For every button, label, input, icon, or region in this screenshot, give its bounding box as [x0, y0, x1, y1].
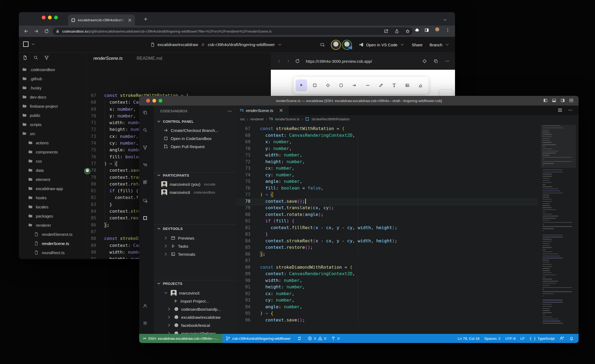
code-line-70[interactable]: 70 y: number,	[236, 146, 538, 153]
devtools-item[interactable]: Tasks	[163, 242, 188, 250]
tree-item-hooks[interactable]: hooks	[19, 193, 86, 202]
code-line-83[interactable]: 83 }	[236, 232, 538, 238]
tab-close-icon[interactable]	[127, 18, 132, 23]
source-control-icon[interactable]	[143, 145, 148, 150]
preview-menu-icon[interactable]	[445, 59, 450, 64]
toggle-panel-icon[interactable]	[552, 98, 556, 103]
split-editor-icon[interactable]	[558, 108, 562, 113]
open-in-window-icon[interactable]	[384, 29, 388, 34]
tree-item-renderscene-ts[interactable]: renderScene.ts	[19, 239, 86, 248]
add-devtool-icon[interactable]	[320, 42, 325, 47]
duplicate-preview-icon[interactable]	[433, 59, 438, 64]
extensions-icon[interactable]	[143, 180, 148, 185]
code-line-81[interactable]: 81 if (fill) {	[236, 218, 538, 225]
tree-item-css[interactable]: css	[19, 156, 86, 166]
code-line-97[interactable]: 97 context.translate(cx, cy);	[236, 324, 538, 325]
control-panel-item[interactable]: Create/Checkout Branch...	[163, 127, 218, 134]
preview-reload-icon[interactable]	[295, 59, 300, 64]
tool-diamond[interactable]	[322, 79, 334, 91]
inspect-icon[interactable]	[422, 59, 427, 64]
code-line-86[interactable]: 86};	[236, 251, 538, 258]
web-tab-readme.md[interactable]: README.md	[137, 56, 162, 61]
ports-indicator[interactable]: 0	[328, 334, 342, 343]
explorer-icon[interactable]	[143, 110, 148, 115]
code-line-85[interactable]: 85 context.restore();	[236, 245, 538, 251]
tree-item-src[interactable]: src	[19, 129, 86, 138]
toggle-secondary-sidebar-icon[interactable]	[560, 98, 565, 103]
participant-avatar[interactable]	[343, 41, 351, 49]
import-project-row[interactable]: Import Project...	[173, 297, 209, 305]
vscode-titlebar[interactable]: renderScene.ts — excalidraw [SSH: excali…	[139, 96, 579, 106]
tree-item-data[interactable]: data	[19, 166, 86, 175]
section-participants[interactable]: PARTICIPANTS	[156, 173, 189, 178]
codesandbox-logo[interactable]	[23, 41, 36, 47]
cursor-position[interactable]: Ln 78, Col 18	[455, 334, 482, 343]
address-bar[interactable]: codesandbox.io/p/github/excalidraw/excal…	[52, 27, 413, 35]
code-line-87[interactable]: 87	[236, 258, 538, 265]
indentation[interactable]: Spaces: 2	[482, 334, 503, 343]
code-line-95[interactable]: 95) ⇒ {	[236, 311, 538, 317]
preview-url[interactable]: https://r39h4o-3000.preview.csb.app/	[306, 59, 372, 64]
remote-indicator[interactable]: ><SSH: excalidraw.excalidraw.csb-r39h4o-…	[139, 334, 222, 343]
editor-more-icon[interactable]	[568, 108, 573, 113]
breadcrumb-item[interactable]: renderScene.ts	[275, 117, 300, 121]
minimize-window-button[interactable]	[152, 99, 156, 103]
codesandbox-panel-icon[interactable]	[143, 216, 148, 220]
tree-item-locales[interactable]: locales	[19, 202, 86, 211]
window-controls[interactable]	[146, 99, 162, 103]
breadcrumb-item[interactable]: renderer	[250, 117, 264, 121]
bookmark-star-icon[interactable]	[405, 29, 410, 34]
section-control-panel[interactable]: CONTROL PANEL	[156, 119, 194, 124]
tree-item-firebase-project[interactable]: firebase-project	[19, 102, 86, 111]
code-line-71[interactable]: 71 width: number,	[236, 152, 538, 159]
branch-indicator[interactable]: csb-r39h4o/draft/lingering-wildflower	[222, 334, 294, 343]
control-panel-item[interactable]: Open in CodeSandbox	[163, 135, 212, 142]
code-line-96[interactable]: 96 context.save();	[236, 317, 538, 324]
problems-indicator[interactable]: 00	[305, 334, 328, 343]
breadcrumbs[interactable]: src›renderer›TSrenderScene.ts›strokeRect…	[240, 115, 350, 123]
tool-text[interactable]	[388, 79, 400, 91]
code-line-75[interactable]: 75 angle: number,	[236, 179, 538, 186]
code-line-94[interactable]: 94 angle: number,	[236, 304, 538, 311]
code-line-76[interactable]: 76 fill: boolean = false,	[236, 186, 538, 192]
code-editor[interactable]: 67const strokeRectWithRotation = (68 con…	[236, 123, 579, 325]
section-devtools[interactable]: DEVTOOLS	[156, 226, 183, 231]
code-line-90[interactable]: 90 width: number,	[236, 278, 538, 285]
code-line-67[interactable]: 67const strokeRectWithRotation = (	[236, 126, 538, 133]
open-in-vscode-button[interactable]: Open in VS Code	[359, 42, 405, 47]
reload-button[interactable]	[44, 29, 49, 34]
tab-search-icon[interactable]	[443, 18, 447, 22]
branch-button[interactable]: Branch	[429, 42, 450, 47]
tree-item-dev-docs[interactable]: dev-docs	[19, 92, 86, 102]
project-owner-row[interactable]: marcovincit	[163, 289, 200, 297]
code-line-79[interactable]: 79 context.translate(cx, cy);	[236, 205, 538, 212]
notifications-bell[interactable]	[567, 334, 576, 343]
code-line-77[interactable]: 77) ⇒ {	[236, 192, 538, 199]
project-title[interactable]: excalidraw/excalidraw csb-r39h4o/draft/l…	[150, 37, 282, 52]
breadcrumb-item[interactable]: src	[240, 117, 245, 121]
project-repo-row[interactable]: facebook/lexical	[167, 321, 210, 329]
tree-item--codesandbox[interactable]: .codesandbox	[19, 65, 86, 74]
participant-avatar[interactable]	[332, 41, 340, 49]
extensions-icon[interactable]	[415, 28, 419, 33]
code-line-91[interactable]: 91 height: number,	[236, 284, 538, 291]
participant-row[interactable]: marcovincit (you)vscode	[161, 180, 215, 188]
tool-line[interactable]	[362, 79, 373, 91]
share-button[interactable]: Share	[412, 43, 422, 47]
web-tab-renderscene.ts[interactable]: renderScene.ts	[93, 56, 123, 61]
project-repo-row[interactable]: excalidraw/excalidraw	[167, 313, 220, 321]
new-tab-button[interactable]	[143, 17, 148, 22]
tool-eraser[interactable]	[415, 79, 426, 91]
code-line-68[interactable]: 68 context: CanvasRenderingContext2D,	[236, 133, 538, 139]
run-debug-icon[interactable]	[143, 162, 148, 167]
close-window-button[interactable]	[42, 16, 46, 19]
tool-arrow[interactable]	[349, 79, 360, 91]
encoding[interactable]: UTF-8	[503, 334, 518, 343]
browser-menu-icon[interactable]	[445, 28, 450, 33]
eol[interactable]: LF	[518, 334, 527, 343]
back-button[interactable]	[24, 29, 29, 34]
toggle-sidebar-icon[interactable]	[543, 98, 548, 103]
code-line-74[interactable]: 74 cy: number,	[236, 172, 538, 179]
preview-back-icon[interactable]	[277, 59, 282, 64]
participant-row[interactable]: marcovincitcodesandbox	[161, 188, 215, 196]
